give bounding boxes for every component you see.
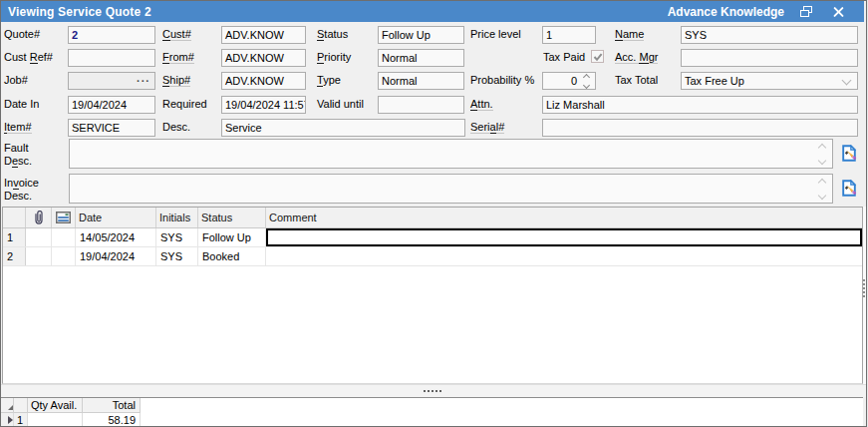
probability-input[interactable]: 0 — [542, 72, 596, 90]
attn-label[interactable]: Attn. — [470, 98, 493, 111]
cust-ref-input[interactable] — [68, 49, 155, 67]
grid-corner-select-all[interactable] — [1, 398, 14, 413]
tax-total-label: Tax Total — [615, 74, 658, 87]
tax-total-combo[interactable]: Tax Free Up — [681, 72, 858, 90]
comment-cell[interactable] — [266, 247, 862, 265]
note-column-header[interactable] — [52, 208, 76, 227]
ship-input[interactable]: ADV.KNOW — [221, 72, 306, 90]
fault-edit-note-icon[interactable] — [841, 145, 859, 163]
invoice-desc-textarea[interactable] — [69, 174, 833, 204]
line-number: 1 — [14, 413, 28, 427]
scroll-up-icon — [817, 178, 825, 186]
valid-until-input[interactable] — [378, 96, 464, 114]
quote-input[interactable]: 2 — [68, 26, 155, 44]
spin-down-icon — [582, 82, 589, 89]
attachment-cell — [26, 228, 52, 246]
note-cell — [52, 247, 76, 265]
date-in-input[interactable]: 19/04/2024 — [68, 96, 155, 114]
quote-label: Quote# — [4, 28, 40, 41]
fault-desc-textarea[interactable] — [69, 139, 833, 169]
window-border — [0, 0, 868, 1]
date-cell[interactable]: 14/05/2024 — [76, 228, 156, 246]
probability-label: Probability % — [470, 74, 534, 87]
qty-avail-cell[interactable] — [28, 413, 83, 427]
price-level-label: Price level — [470, 28, 521, 41]
invoice-desc-label: InvoiceDesc. — [4, 177, 39, 203]
service-quote-window: Viewing Service Quote 2 Advance Knowledg… — [0, 0, 868, 427]
desc-label: Desc. — [162, 121, 190, 134]
date-in-label: Date In — [4, 98, 39, 111]
status-column-header[interactable]: Status — [198, 208, 266, 227]
fault-desc-label: FaultDesc. — [4, 142, 32, 168]
current-row-arrow-icon — [8, 416, 13, 424]
invoice-scroll-arrows[interactable] — [815, 175, 828, 203]
note-row[interactable]: 2 19/04/2024 SYS Booked — [3, 247, 862, 266]
cust-ref-label: Cust Ref# — [4, 51, 53, 64]
desc-input[interactable]: Service — [221, 119, 465, 137]
probability-spinner[interactable] — [581, 75, 591, 88]
valid-until-label: Valid until — [317, 98, 364, 111]
status-cell[interactable]: Follow Up — [198, 228, 266, 246]
title-bar: Viewing Service Quote 2 Advance Knowledg… — [1, 1, 864, 22]
attn-input[interactable]: Liz Marshall — [542, 96, 858, 114]
item-input[interactable]: SERVICE — [68, 119, 155, 137]
job-ellipsis-button[interactable]: ··· — [137, 74, 150, 89]
total-cell[interactable]: 58.19 — [83, 413, 141, 427]
job-input[interactable]: ··· — [68, 72, 155, 90]
combo-dropdown-icon[interactable] — [843, 77, 850, 84]
scroll-up-icon — [817, 143, 825, 151]
from-input[interactable]: ADV.KNOW — [221, 49, 306, 67]
stock-grid: Qty Avail. Total 1 58.19 — [1, 397, 863, 426]
price-level-input[interactable]: 1 — [542, 26, 596, 44]
item-label[interactable]: Item# — [4, 121, 32, 134]
status-label: Status — [317, 28, 348, 41]
name-label[interactable]: Name — [615, 28, 644, 41]
serial-input[interactable] — [542, 119, 858, 137]
fault-scroll-arrows[interactable] — [815, 140, 828, 168]
note-row[interactable]: 1 14/05/2024 SYS Follow Up — [3, 228, 862, 247]
stock-row[interactable]: 1 58.19 — [1, 413, 863, 427]
memo-icon — [56, 212, 71, 223]
from-label[interactable]: From# — [162, 51, 194, 64]
ship-label[interactable]: Ship# — [162, 74, 190, 87]
qty-avail-column-header[interactable]: Qty Avail. — [28, 398, 83, 413]
job-label: Job# — [4, 74, 28, 87]
scroll-down-icon — [817, 156, 825, 164]
comment-column-header[interactable]: Comment — [266, 208, 862, 227]
total-column-header[interactable]: Total — [83, 398, 141, 413]
status-input[interactable]: Follow Up — [378, 26, 464, 44]
required-input[interactable]: 19/04/2024 11:57 — [221, 96, 306, 114]
spin-up-icon — [582, 74, 589, 81]
status-cell[interactable]: Booked — [198, 247, 266, 265]
comment-cell-selected[interactable] — [266, 228, 862, 246]
priority-input[interactable]: Normal — [378, 49, 464, 67]
type-label: Type — [317, 74, 341, 87]
row-number: 2 — [3, 247, 26, 265]
row-indicator — [1, 413, 14, 427]
acc-mgr-input[interactable] — [681, 49, 858, 67]
scroll-down-icon — [817, 191, 825, 199]
notes-grid: Date Initials Status Comment 1 14/05/202… — [2, 207, 863, 384]
cust-input[interactable]: ADV.KNOW — [221, 26, 306, 44]
initials-column-header[interactable]: Initials — [156, 208, 198, 227]
name-input[interactable]: SYS — [681, 26, 858, 44]
close-icon[interactable] — [833, 6, 844, 17]
attachment-column-header[interactable] — [26, 208, 52, 227]
date-column-header[interactable]: Date — [76, 208, 156, 227]
initials-cell[interactable]: SYS — [156, 247, 198, 265]
window-border — [0, 0, 1, 427]
tax-paid-label: Tax Paid — [543, 51, 585, 64]
app-name: Advance Knowledge — [668, 5, 784, 19]
date-cell[interactable]: 19/04/2024 — [76, 247, 156, 265]
tax-paid-checkbox[interactable] — [591, 50, 604, 63]
restore-window-icon[interactable] — [800, 6, 813, 17]
serial-label[interactable]: Serial# — [470, 121, 504, 134]
initials-cell[interactable]: SYS — [156, 228, 198, 246]
horizontal-splitter[interactable] — [1, 384, 866, 397]
note-cell — [52, 228, 76, 246]
cust-label[interactable]: Cust# — [162, 28, 191, 41]
type-input[interactable]: Normal — [378, 72, 464, 90]
stock-grid-header: Qty Avail. Total — [1, 398, 863, 413]
acc-mgr-label[interactable]: Acc. Mgr — [615, 51, 658, 64]
invoice-edit-note-icon[interactable] — [841, 180, 859, 198]
